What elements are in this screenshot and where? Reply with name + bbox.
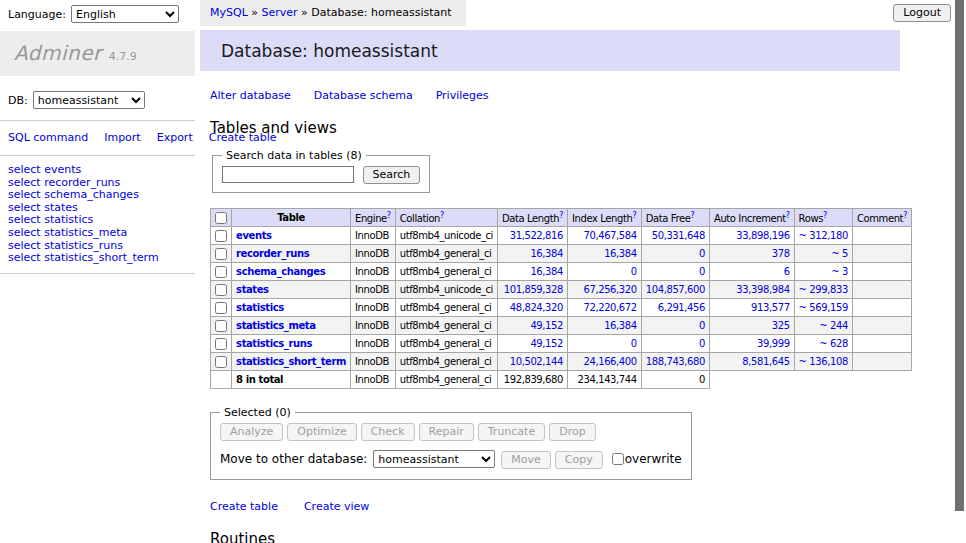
row-checkbox[interactable] [215, 302, 227, 314]
data-length-cell: 16,384 [497, 263, 567, 281]
move-db-select[interactable]: homeassistant [373, 450, 495, 468]
data-length-cell: 16,384 [497, 245, 567, 263]
optimize-button[interactable]: Optimize [287, 423, 356, 441]
table-row: statistics_runsInnoDButf8mb4_general_ci4… [211, 335, 912, 353]
data-free-cell: 50,331,648 [641, 227, 709, 245]
breadcrumb-item: Database: homeassistant [311, 6, 451, 19]
total-collation: utf8mb4_general_ci [395, 371, 497, 389]
sidebar-select-link[interactable]: select states [8, 201, 78, 214]
rows-cell: ~ 244 [794, 317, 852, 335]
sidebar-action-link[interactable]: SQL command [8, 131, 88, 144]
row-checkbox[interactable] [215, 284, 227, 296]
table-name-link[interactable]: statistics [236, 302, 284, 313]
selected-fieldset: Selected (0) AnalyzeOptimizeCheckRepairT… [210, 406, 692, 480]
help-link[interactable]: ? [440, 211, 444, 220]
total-data-length: 192,839,680 [497, 371, 567, 389]
create-link[interactable]: Create view [304, 500, 369, 513]
db-row: DB:homeassistant [8, 91, 187, 109]
table-name-link[interactable]: recorder_runs [236, 248, 309, 259]
help-link[interactable]: ? [632, 211, 636, 220]
index-length-cell: 72,220,672 [567, 299, 641, 317]
collation-cell: utf8mb4_general_ci [395, 317, 497, 335]
selected-legend: Selected (0) [220, 406, 295, 419]
auto-increment-cell: 325 [709, 317, 794, 335]
breadcrumb-item[interactable]: MySQL [210, 6, 248, 19]
tables-overview-table: TableEngine?Collation?Data Length?Index … [210, 208, 912, 389]
data-length-cell: 48,824,320 [497, 299, 567, 317]
rows-cell: ~ 3 [794, 263, 852, 281]
index-length-cell: 16,384 [567, 317, 641, 335]
brand-header: Adminer4.7.9 [0, 31, 195, 76]
auto-increment-cell: 8,581,645 [709, 353, 794, 371]
help-link[interactable]: ? [786, 211, 790, 220]
row-checkbox[interactable] [215, 338, 227, 350]
db-select[interactable]: homeassistant [33, 91, 145, 109]
auto-increment-cell: 913,577 [709, 299, 794, 317]
drop-button[interactable]: Drop [549, 423, 595, 441]
language-select[interactable]: English [71, 5, 179, 23]
data-free-cell: 0 [641, 263, 709, 281]
column-header: Table [232, 209, 351, 227]
analyze-button[interactable]: Analyze [220, 423, 283, 441]
repair-button[interactable]: Repair [419, 423, 474, 441]
sidebar-table-item: select statistics_short_term [8, 252, 187, 265]
row-checkbox[interactable] [215, 248, 227, 260]
search-button[interactable]: Search [363, 166, 421, 184]
sidebar-select-link[interactable]: select recorder_runs [8, 176, 120, 189]
db-action-link[interactable]: Alter database [210, 89, 291, 102]
sidebar-action-link[interactable]: Export [157, 131, 193, 144]
overwrite-label[interactable]: overwrite [625, 452, 682, 466]
create-links-row: Create tableCreate view [210, 500, 912, 513]
table-name-link[interactable]: states [236, 284, 269, 295]
sidebar: Language:English Adminer4.7.9 DB:homeass… [0, 0, 195, 543]
data-length-cell: 31,522,816 [497, 227, 567, 245]
table-name-link[interactable]: schema_changes [236, 266, 325, 277]
breadcrumb: MySQL » Server » Database: homeassistant [200, 0, 466, 26]
check-button[interactable]: Check [361, 423, 415, 441]
table-name-link[interactable]: statistics_short_term [236, 356, 346, 367]
logout-button[interactable]: Logout [893, 4, 951, 22]
sidebar-select-link[interactable]: select statistics_runs [8, 239, 123, 252]
adminer-logo: Adminer [14, 41, 102, 65]
db-action-link[interactable]: Privileges [436, 89, 489, 102]
db-action-link[interactable]: Database schema [314, 89, 413, 102]
sidebar-select-link[interactable]: select statistics_meta [8, 226, 127, 239]
sidebar-select-link[interactable]: select statistics_short_term [8, 251, 159, 264]
overwrite-checkbox[interactable] [612, 453, 624, 465]
breadcrumb-item[interactable]: Server [262, 6, 298, 19]
row-checkbox[interactable] [215, 356, 227, 368]
help-link[interactable]: ? [903, 211, 907, 220]
table-name-link[interactable]: statistics_meta [236, 320, 315, 331]
db-label: DB: [8, 94, 28, 107]
sidebar-select-link[interactable]: select events [8, 163, 81, 176]
table-name-link[interactable]: statistics_runs [236, 338, 312, 349]
move-button[interactable]: Move [501, 451, 551, 469]
vertical-scrollbar-thumb[interactable] [955, 0, 964, 511]
help-link[interactable]: ? [387, 211, 391, 220]
auto-increment-cell: 33,898,196 [709, 227, 794, 245]
sidebar-action-link[interactable]: Import [104, 131, 141, 144]
help-link[interactable]: ? [823, 211, 827, 220]
collation-cell: utf8mb4_general_ci [395, 353, 497, 371]
help-link[interactable]: ? [559, 211, 563, 220]
create-link[interactable]: Create table [210, 500, 278, 513]
breadcrumb-separator: » [248, 6, 262, 19]
sidebar-select-link[interactable]: select schema_changes [8, 188, 139, 201]
table-name-link[interactable]: events [236, 230, 272, 241]
row-checkbox[interactable] [215, 230, 227, 242]
rows-cell: ~ 569,159 [794, 299, 852, 317]
truncate-button[interactable]: Truncate [478, 423, 545, 441]
search-fieldset: Search data in tables (8) Search [212, 149, 430, 193]
row-checkbox[interactable] [215, 320, 227, 332]
sidebar-select-link[interactable]: select statistics [8, 213, 93, 226]
adminer-version: 4.7.9 [109, 50, 137, 63]
search-input[interactable] [222, 166, 354, 183]
select-all-checkbox[interactable] [215, 212, 227, 224]
data-free-cell: 6,291,456 [641, 299, 709, 317]
engine-cell: InnoDB [350, 245, 395, 263]
row-checkbox[interactable] [215, 266, 227, 278]
copy-button[interactable]: Copy [555, 451, 603, 469]
index-length-cell: 70,467,584 [567, 227, 641, 245]
help-link[interactable]: ? [690, 211, 694, 220]
auto-increment-cell: 378 [709, 245, 794, 263]
